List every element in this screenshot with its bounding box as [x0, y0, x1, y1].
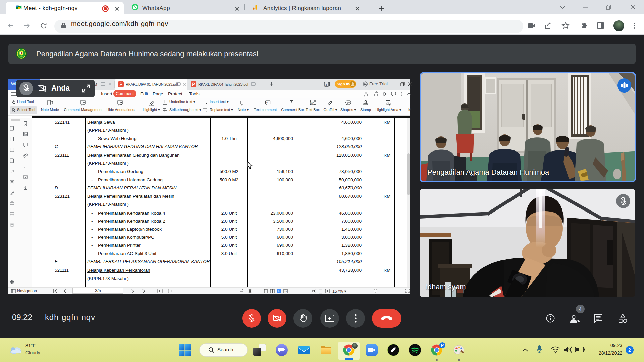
- svg-text:3: 3: [325, 83, 327, 86]
- svg-text:A: A: [266, 101, 268, 104]
- svg-text:A=: A=: [311, 101, 315, 104]
- svg-text:14: 14: [284, 290, 287, 293]
